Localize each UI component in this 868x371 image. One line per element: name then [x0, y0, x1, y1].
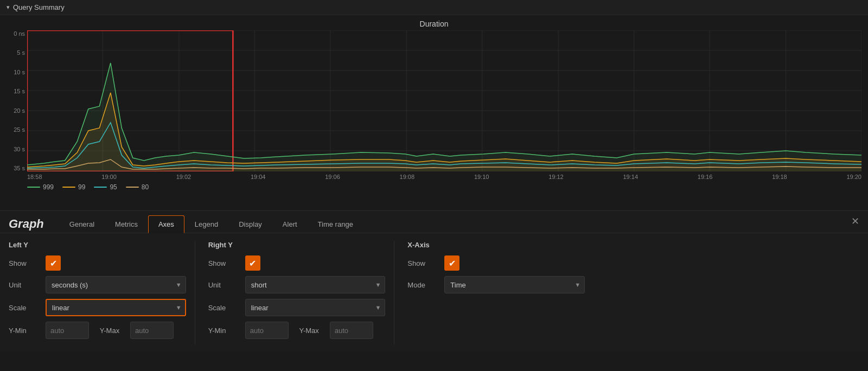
- y-axis-labels: 35 s 30 s 25 s 20 s 15 s 10 s 5 s 0 ns: [7, 30, 27, 171]
- tab-alert[interactable]: Alert: [272, 215, 308, 233]
- query-summary-title: Query Summary: [13, 3, 65, 11]
- left-y-scale-dropdown-wrapper: linear log ▼: [46, 299, 186, 316]
- right-y-min-input[interactable]: [245, 322, 289, 339]
- x-axis-show-row: Show ✔: [407, 255, 585, 271]
- left-y-max-input[interactable]: [130, 322, 174, 339]
- left-y-min-label: Y-Min: [9, 327, 41, 335]
- right-y-scale-row: Scale linear log ▼: [208, 299, 386, 316]
- tab-metrics[interactable]: Metrics: [105, 215, 148, 233]
- left-y-show-checkbox[interactable]: ✔: [46, 255, 61, 271]
- x-axis-section: X-Axis Show ✔ Mode Time Series Histogram…: [394, 241, 593, 344]
- right-y-unit-label: Unit: [208, 281, 241, 289]
- legend-item-999: 999: [27, 183, 54, 191]
- tab-legend[interactable]: Legend: [184, 215, 228, 233]
- legend-item-95: 95: [94, 183, 117, 191]
- graph-panel: Graph General Metrics Axes Legend Displa…: [0, 210, 868, 352]
- x-axis-labels: 18:58 19:00 19:02 19:04 19:06 19:08 19:1…: [27, 174, 861, 180]
- legend-color-95: [94, 187, 107, 188]
- graph-panel-title: Graph: [9, 217, 44, 231]
- right-y-scale-select[interactable]: linear log: [245, 299, 386, 316]
- tab-general[interactable]: General: [59, 215, 105, 233]
- x-axis-show-label: Show: [407, 259, 440, 267]
- x-axis-mode-row: Mode Time Series Histogram ▼: [407, 276, 585, 293]
- x-axis-mode-dropdown-wrapper: Time Series Histogram ▼: [444, 276, 585, 293]
- left-y-minmax-row: Y-Min Y-Max: [9, 322, 186, 339]
- close-button[interactable]: ✕: [851, 215, 859, 227]
- right-y-show-row: Show ✔: [208, 255, 386, 271]
- tab-time-range[interactable]: Time range: [308, 215, 363, 233]
- left-y-max-label: Y-Max: [93, 327, 126, 335]
- right-y-min-label: Y-Min: [208, 327, 241, 335]
- left-y-show-label: Show: [9, 259, 41, 267]
- x-axis-mode-select[interactable]: Time Series Histogram: [444, 276, 585, 293]
- tab-display[interactable]: Display: [228, 215, 272, 233]
- left-y-scale-row: Scale linear log ▼: [9, 299, 186, 316]
- graph-panel-header: Graph General Metrics Axes Legend Displa…: [0, 211, 868, 233]
- x-axis-title: X-Axis: [407, 241, 585, 249]
- right-y-scale-dropdown-wrapper: linear log ▼: [245, 299, 386, 316]
- legend-color-99: [62, 187, 75, 188]
- right-y-unit-dropdown-wrapper: short seconds (s) milliseconds (ms) byte…: [245, 276, 386, 293]
- left-y-min-input[interactable]: [46, 322, 89, 339]
- chart-svg: [27, 30, 861, 171]
- left-y-show-row: Show ✔: [9, 255, 186, 271]
- x-axis-show-checkbox[interactable]: ✔: [444, 255, 459, 271]
- chart-container: Duration 35 s 30 s 25 s 20 s 15 s 10 s 5…: [0, 15, 868, 210]
- left-y-unit-row: Unit seconds (s) milliseconds (ms) micro…: [9, 276, 186, 293]
- right-y-show-label: Show: [208, 259, 241, 267]
- query-summary-bar: ▾ Query Summary: [0, 0, 868, 15]
- right-y-unit-select[interactable]: short seconds (s) milliseconds (ms) byte…: [245, 276, 386, 293]
- legend-color-999: [27, 187, 40, 188]
- right-y-max-input[interactable]: [330, 322, 373, 339]
- right-y-title: Right Y: [208, 241, 386, 249]
- left-y-scale-select[interactable]: linear log: [46, 299, 186, 316]
- chart-area: 35 s 30 s 25 s 20 s 15 s 10 s 5 s 0 ns: [7, 30, 861, 171]
- legend-item-80: 80: [126, 183, 149, 191]
- axes-settings: Left Y Show ✔ Unit seconds (s) milliseco…: [0, 233, 868, 352]
- right-y-minmax-row: Y-Min Y-Max: [208, 322, 386, 339]
- right-y-section: Right Y Show ✔ Unit short seconds (s) mi…: [195, 241, 394, 344]
- tab-nav: General Metrics Axes Legend Display Aler…: [59, 215, 363, 233]
- left-y-unit-label: Unit: [9, 281, 41, 289]
- right-y-max-label: Y-Max: [293, 327, 326, 335]
- left-y-title: Left Y: [9, 241, 186, 249]
- legend-color-80: [126, 187, 139, 188]
- chart-title: Duration: [7, 20, 861, 28]
- legend-item-99: 99: [62, 183, 85, 191]
- right-y-scale-label: Scale: [208, 304, 241, 312]
- right-y-unit-row: Unit short seconds (s) milliseconds (ms)…: [208, 276, 386, 293]
- tab-axes[interactable]: Axes: [148, 215, 184, 233]
- x-axis-mode-label: Mode: [407, 281, 440, 289]
- left-y-scale-label: Scale: [9, 304, 41, 312]
- left-y-unit-dropdown-wrapper: seconds (s) milliseconds (ms) microsecon…: [46, 276, 186, 293]
- left-y-section: Left Y Show ✔ Unit seconds (s) milliseco…: [9, 241, 195, 344]
- spacer: [593, 241, 859, 344]
- left-y-unit-select[interactable]: seconds (s) milliseconds (ms) microsecon…: [46, 276, 186, 293]
- chevron-down-icon[interactable]: ▾: [7, 4, 10, 11]
- right-y-show-checkbox[interactable]: ✔: [245, 255, 260, 271]
- chart-legend: 999 99 95 80: [27, 183, 861, 191]
- chart-inner[interactable]: [27, 30, 861, 171]
